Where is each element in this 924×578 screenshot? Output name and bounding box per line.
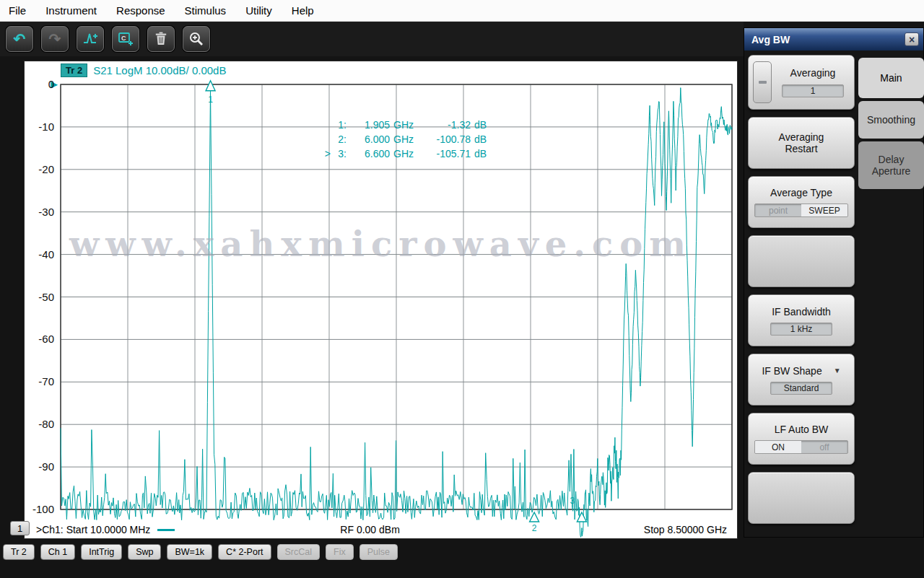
toolbar: ↶ ↷ C bbox=[0, 22, 744, 56]
rf-power-label[interactable]: RF 0.00 dBm bbox=[340, 524, 399, 535]
add-marker-button[interactable] bbox=[77, 26, 104, 52]
vna-application: File Instrument Response Stimulus Utilit… bbox=[0, 0, 924, 578]
y-tick: -40 bbox=[25, 248, 54, 262]
redo-button[interactable]: ↷ bbox=[41, 26, 69, 52]
status-fix-button: Fix bbox=[326, 544, 354, 560]
marker-row: 2: 6.000 GHz -100.78 dB bbox=[319, 132, 492, 146]
y-axis-labels: 0 -10 -20 -30 -40 -50 -60 -70 -80 -90 -1… bbox=[25, 61, 58, 538]
menu-response[interactable]: Response bbox=[116, 4, 165, 17]
add-marker-icon bbox=[82, 30, 99, 48]
menu-bar: File Instrument Response Stimulus Utilit… bbox=[0, 0, 924, 22]
plot-panel: Tr 2 S21 LogM 10.00dB/ 0.00dB ▶ 0 -10 -2… bbox=[24, 61, 738, 539]
averaging-button[interactable]: Averaging 1 bbox=[748, 55, 855, 110]
lf-auto-bw-button[interactable]: LF Auto BW ON off bbox=[748, 413, 855, 465]
svg-text:3: 3 bbox=[570, 496, 575, 506]
y-tick: -90 bbox=[25, 460, 54, 474]
y-tick: -80 bbox=[25, 417, 54, 432]
average-type-sweep-option[interactable]: SWEEP bbox=[801, 204, 847, 216]
menu-utility[interactable]: Utility bbox=[245, 4, 272, 17]
averaging-restart-label: Averaging Restart bbox=[762, 131, 841, 154]
trace-badge[interactable]: Tr 2 bbox=[61, 64, 87, 77]
y-tick: -50 bbox=[25, 290, 54, 305]
averaging-restart-button[interactable]: Averaging Restart bbox=[748, 117, 855, 169]
y-tick: -60 bbox=[25, 332, 54, 346]
y-tick: -10 bbox=[25, 120, 54, 134]
panel-header: Avg BW × bbox=[744, 28, 923, 51]
avg-bw-panel: Avg BW × Averaging 1 Averaging Restart bbox=[744, 27, 924, 538]
menu-help[interactable]: Help bbox=[292, 4, 314, 17]
plot-header: Tr 2 S21 LogM 10.00dB/ 0.00dB bbox=[61, 64, 226, 77]
menu-file[interactable]: File bbox=[9, 4, 26, 17]
stimulus-stop-label[interactable]: Stop 8.50000 GHz bbox=[644, 524, 727, 535]
y-tick: -100 bbox=[25, 502, 54, 517]
menu-stimulus[interactable]: Stimulus bbox=[185, 4, 227, 17]
average-type-button[interactable]: Average Type point SWEEP bbox=[748, 176, 855, 228]
y-tick: 0 bbox=[25, 77, 54, 92]
svg-text:C: C bbox=[121, 35, 126, 42]
status-srccal-button: SrcCal bbox=[277, 544, 321, 560]
marker-row: > 3: 6.600 GHz -105.71 dB bbox=[319, 146, 492, 161]
average-type-segment: point SWEEP bbox=[754, 203, 848, 217]
y-tick: -70 bbox=[25, 375, 54, 389]
status-pulse-button: Pulse bbox=[359, 544, 398, 560]
panel-body: Averaging 1 Averaging Restart Average Ty… bbox=[744, 51, 923, 524]
lf-auto-bw-on-option[interactable]: ON bbox=[755, 441, 801, 453]
if-bw-shape-label: IF BW Shape bbox=[762, 365, 821, 377]
if-bw-shape-button[interactable]: IF BW Shape ▼ Standard bbox=[748, 354, 855, 406]
chevron-down-icon: ▼ bbox=[834, 367, 841, 375]
status-channel-button[interactable]: Ch 1 bbox=[40, 544, 75, 560]
tab-delay-aperture[interactable]: Delay Aperture bbox=[858, 141, 924, 189]
close-icon: × bbox=[909, 35, 915, 45]
zoom-in-icon bbox=[188, 30, 205, 48]
if-bandwidth-value: 1 kHz bbox=[770, 323, 832, 336]
softkey-column: Averaging 1 Averaging Restart Average Ty… bbox=[748, 55, 855, 524]
trace-color-indicator bbox=[157, 529, 175, 531]
close-button[interactable]: × bbox=[905, 32, 919, 46]
tab-main[interactable]: Main bbox=[858, 58, 924, 98]
blank-softkey-2 bbox=[748, 472, 855, 524]
stimulus-footer: >Ch1: Start 10.0000 MHz RF 0.00 dBm Stop… bbox=[25, 522, 737, 537]
averaging-label: Averaging bbox=[790, 67, 836, 79]
lf-auto-bw-off-option[interactable]: off bbox=[801, 441, 847, 453]
if-bandwidth-label: IF Bandwidth bbox=[772, 306, 831, 318]
svg-text:1: 1 bbox=[208, 95, 213, 105]
panel-title: Avg BW bbox=[751, 34, 905, 45]
copy-channel-icon: C bbox=[117, 30, 134, 48]
status-calibration-button[interactable]: C* 2-Port bbox=[218, 544, 271, 560]
zoom-in-button[interactable] bbox=[183, 26, 210, 52]
if-bw-shape-value: Standard bbox=[770, 382, 832, 395]
copy-channel-button[interactable]: C bbox=[112, 26, 139, 52]
undo-icon: ↶ bbox=[14, 32, 26, 46]
y-tick: -20 bbox=[25, 162, 54, 177]
delete-button[interactable] bbox=[147, 26, 175, 52]
status-trace-button[interactable]: Tr 2 bbox=[3, 544, 35, 560]
averaging-toggle[interactable] bbox=[753, 61, 772, 103]
status-bar: Tr 2 Ch 1 IntTrig Swp BW=1k C* 2-Port Sr… bbox=[0, 543, 744, 561]
undo-button[interactable]: ↶ bbox=[6, 26, 33, 52]
marker-readout: 1: 1.905 GHz -1.32 dB 2: 6.000 GHz -100.… bbox=[319, 118, 492, 161]
status-sweep-button[interactable]: Swp bbox=[128, 544, 161, 560]
channel-badge[interactable]: 1 bbox=[10, 521, 30, 535]
averaging-value: 1 bbox=[782, 84, 844, 97]
status-bandwidth-button[interactable]: BW=1k bbox=[167, 544, 212, 560]
average-type-point-option[interactable]: point bbox=[755, 204, 801, 216]
redo-icon: ↷ bbox=[49, 32, 61, 46]
trace-format-label[interactable]: S21 LogM 10.00dB/ 0.00dB bbox=[93, 64, 226, 76]
tab-smoothing[interactable]: Smoothing bbox=[858, 101, 924, 139]
marker-row: 1: 1.905 GHz -1.32 dB bbox=[319, 118, 492, 132]
watermark: www.xahxmicrowave.com bbox=[25, 224, 737, 264]
lf-auto-bw-label: LF Auto BW bbox=[775, 424, 829, 435]
menu-instrument[interactable]: Instrument bbox=[45, 4, 97, 17]
toggle-dash-icon bbox=[759, 81, 767, 84]
average-type-label: Average Type bbox=[770, 187, 832, 198]
status-trigger-button[interactable]: IntTrig bbox=[81, 544, 122, 560]
lf-auto-bw-segment: ON off bbox=[754, 440, 848, 454]
trash-icon bbox=[152, 30, 170, 48]
blank-softkey-1 bbox=[748, 235, 855, 287]
panel-tab-column: Main Smoothing Delay Aperture bbox=[858, 58, 924, 524]
y-tick: -30 bbox=[25, 205, 54, 219]
if-bandwidth-button[interactable]: IF Bandwidth 1 kHz bbox=[748, 294, 855, 346]
